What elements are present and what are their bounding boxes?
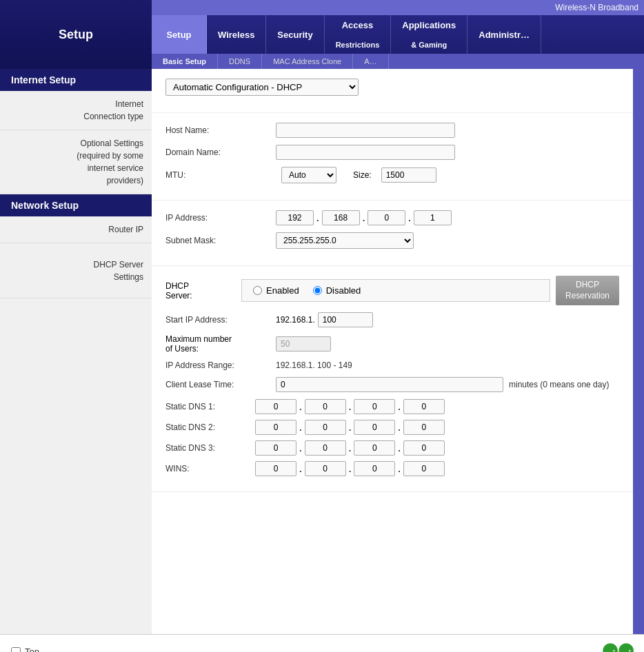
size-input[interactable] [381,167,436,183]
dhcp-enabled-option[interactable]: Enabled [253,285,299,296]
network-setup-header: Network Setup [0,194,152,216]
geeks-logo: ⚈⚈ [601,640,633,652]
nav-tab-access[interactable]: Access Restrictions [325,15,392,54]
dns2-octet1[interactable] [255,420,296,435]
dns1-octet3[interactable] [354,399,395,414]
lease-time-note: minutes (0 means one day) [509,380,609,389]
nav-tab-applications[interactable]: Applications & Gaming [391,15,467,54]
ip-range-value: 192.168.1. 100 - 149 [276,360,352,370]
max-users-row: Maximum numberof Users: [165,334,619,354]
dns3-row: Static DNS 3: . . . [165,440,619,456]
logo-section: Setup [0,0,152,69]
dhcp-block: DHCPServer: Enabled Disabled DHCPReserva… [152,266,633,492]
max-users-input[interactable] [276,336,331,352]
dhcp-server-row: DHCPServer: Enabled Disabled DHCPReserva… [165,276,619,305]
wins-octet3[interactable] [354,461,395,476]
sidebar-optional-settings: Optional Settings(required by someintern… [0,130,152,194]
subnet-mask-row: Subnet Mask: 255.255.255.0 255.255.0.0 2… [165,232,619,249]
top-link[interactable]: Top [11,646,39,652]
router-ip-block: IP Address: . . . Subnet Mask: 255.255. [152,201,633,266]
start-ip-row: Start IP Address: 192.168.1. [165,312,619,327]
connection-type-block: Automatic Configuration - DHCP Static IP… [152,69,633,113]
sub-nav-a[interactable]: A… [353,54,388,69]
sidebar-router-ip: Router IP [0,216,152,243]
host-name-input[interactable] [276,123,455,138]
dns2-row: Static DNS 2: . . . [165,420,619,435]
center-col: Automatic Configuration - DHCP Static IP… [152,69,633,634]
dns3-octet4[interactable] [403,440,445,456]
sub-nav-mac-clone[interactable]: MAC Address Clone [262,54,353,69]
subnet-label: Subnet Mask: [165,236,276,245]
dns1-octet2[interactable] [305,399,346,414]
page-body: Internet Setup InternetConnection type O… [0,69,644,634]
dhcp-disabled-option[interactable]: Disabled [313,285,361,296]
sub-nav-basic-setup[interactable]: Basic Setup [152,54,218,69]
dns3-octet3[interactable] [354,440,395,456]
wins-octet1[interactable] [255,461,296,476]
dns2-label: Static DNS 2: [165,422,255,432]
top-label: Top [25,646,39,652]
dhcp-server-label: DHCPServer: [165,281,241,300]
ip-address-row: IP Address: . . . [165,210,619,225]
dhcp-enabled-radio[interactable] [253,286,262,295]
dns3-octet1[interactable] [255,440,296,456]
dns2-octet3[interactable] [354,420,395,435]
header: Setup Wireless-N Broadband Setup Wireles… [0,0,644,69]
sub-nav-ddns[interactable]: DDNS [218,54,262,69]
nav-tab-security[interactable]: Security [266,15,324,54]
dns1-octet1[interactable] [255,399,296,414]
ip-octet-1[interactable] [276,210,314,225]
dhcp-options: Enabled Disabled [241,279,550,302]
subnet-select[interactable]: 255.255.255.0 255.255.0.0 255.0.0.0 [276,232,414,249]
dhcp-reservation-button[interactable]: DHCPReservation [556,276,619,305]
nav-tab-wireless[interactable]: Wireless [207,15,266,54]
wins-inputs: . . . [255,461,445,476]
dhcp-disabled-label: Disabled [326,285,361,296]
max-users-label: Maximum numberof Users: [165,334,276,354]
domain-name-label: Domain Name: [165,147,276,157]
dns2-inputs: . . . [255,420,445,435]
nav-tab-admin[interactable]: Administr… [467,15,541,54]
wins-row: WINS: . . . [165,461,619,476]
ip-octet-3[interactable] [368,210,405,225]
nav-tabs: Setup Wireless Security Access Restricti… [152,15,644,54]
start-ip-input[interactable] [318,312,373,327]
wins-octet2[interactable] [305,461,346,476]
ip-octet-2[interactable] [322,210,360,225]
domain-name-input[interactable] [276,145,455,160]
dns3-octet2[interactable] [305,440,346,456]
domain-name-row: Domain Name: [165,145,619,160]
top-checkbox[interactable] [11,647,21,653]
mtu-row: MTU: Auto Manual Size: [165,167,619,183]
ip-range-label: IP Address Range: [165,360,276,370]
ip-address-group: . . . [276,210,452,225]
ip-octet-4[interactable] [414,210,452,225]
start-ip-label: Start IP Address: [165,315,276,325]
dns3-inputs: . . . [255,440,445,456]
lease-time-row: Client Lease Time: minutes (0 means one … [165,377,619,392]
nav-tab-setup[interactable]: Setup [152,15,207,54]
start-ip-prefix: 192.168.1. [276,315,315,325]
bottom-bar: Top ⚈⚈ [0,634,644,652]
dns1-label: Static DNS 1: [165,402,255,411]
dns1-inputs: . . . [255,399,445,414]
sidebar-dhcp: DHCP ServerSettings [0,243,152,298]
ip-address-label: IP Address: [165,213,276,223]
sidebar-connection-type: InternetConnection type [0,91,152,130]
dns1-octet4[interactable] [403,399,445,414]
wins-octet4[interactable] [403,461,445,476]
right-col [633,69,644,634]
dns2-octet2[interactable] [305,420,346,435]
nav-section: Wireless-N Broadband Setup Wireless Secu… [152,0,644,69]
lease-time-input[interactable] [276,377,503,392]
optional-settings-block: Host Name: Domain Name: MTU: Auto Manual… [152,113,633,201]
lease-time-label: Client Lease Time: [165,380,276,389]
dns2-octet4[interactable] [403,420,445,435]
mtu-select[interactable]: Auto Manual [281,167,336,183]
mtu-label: MTU: [165,170,276,180]
brand-bar: Wireless-N Broadband [152,0,644,15]
dhcp-disabled-radio[interactable] [313,286,322,295]
connection-type-select[interactable]: Automatic Configuration - DHCP Static IP… [165,79,359,96]
left-col: Internet Setup InternetConnection type O… [0,69,152,634]
sub-nav: Basic Setup DDNS MAC Address Clone A… [152,54,644,69]
